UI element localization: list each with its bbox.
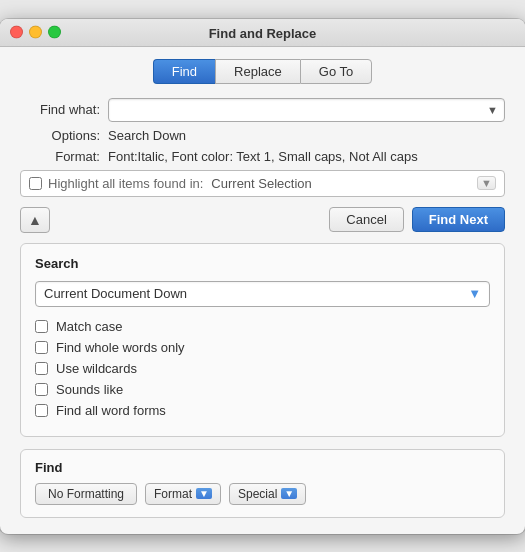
format-button-label: Format [154,487,192,501]
expand-icon: ▲ [28,212,42,228]
checkbox-wildcards: Use wildcards [35,361,490,376]
find-footer-title: Find [35,460,490,475]
expand-button[interactable]: ▲ [20,207,50,233]
titlebar: Find and Replace [0,19,525,47]
format-row: Format: Font:Italic, Font color: Text 1,… [20,149,505,164]
word-forms-label: Find all word forms [56,403,166,418]
close-button[interactable] [10,26,23,39]
special-dropdown-arrow-icon: ▼ [281,488,297,499]
find-next-button[interactable]: Find Next [412,207,505,232]
find-what-row: Find what: ▼ [20,98,505,122]
wildcards-checkbox[interactable] [35,362,48,375]
checkbox-match-case: Match case [35,319,490,334]
no-formatting-button[interactable]: No Formatting [35,483,137,505]
match-case-label: Match case [56,319,122,334]
action-buttons-row: ▲ Cancel Find Next [20,207,505,233]
checkbox-whole-words: Find whole words only [35,340,490,355]
word-forms-checkbox[interactable] [35,404,48,417]
highlight-select-wrapper: Current Selection ▼ [211,176,496,191]
options-label: Options: [20,128,100,143]
find-replace-dialog: Find and Replace Find Replace Go To Find… [0,19,525,534]
traffic-lights [10,26,61,39]
highlight-select-text: Current Selection [211,176,311,191]
options-row: Options: Search Down [20,128,505,143]
format-dropdown-arrow-icon: ▼ [196,488,212,499]
search-section: Search Current Document Down ▼ Match cas… [20,243,505,437]
checkbox-word-forms: Find all word forms [35,403,490,418]
whole-words-checkbox[interactable] [35,341,48,354]
special-button-label: Special [238,487,277,501]
search-section-title: Search [35,256,490,271]
find-what-label: Find what: [20,102,100,117]
find-what-input[interactable] [115,102,487,117]
highlight-checkbox[interactable] [29,177,42,190]
format-value: Font:Italic, Font color: Text 1, Small c… [108,149,418,164]
minimize-button[interactable] [29,26,42,39]
window-title: Find and Replace [209,26,317,41]
whole-words-label: Find whole words only [56,340,185,355]
match-case-checkbox[interactable] [35,320,48,333]
find-what-input-wrapper[interactable]: ▼ [108,98,505,122]
dialog-content: Find Replace Go To Find what: ▼ Options:… [0,47,525,534]
format-label: Format: [20,149,100,164]
search-dropdown-arrow[interactable]: ▼ [468,286,481,301]
options-value: Search Down [108,128,186,143]
search-dropdown-text: Current Document Down [44,286,468,301]
footer-buttons: No Formatting Format ▼ Special ▼ [35,483,490,505]
tab-replace[interactable]: Replace [215,59,300,84]
right-buttons: Cancel Find Next [329,207,505,232]
highlight-row: Highlight all items found in: Current Se… [20,170,505,197]
maximize-button[interactable] [48,26,61,39]
tab-find[interactable]: Find [153,59,215,84]
wildcards-label: Use wildcards [56,361,137,376]
special-button[interactable]: Special ▼ [229,483,306,505]
highlight-select-arrow[interactable]: ▼ [477,176,496,190]
format-button[interactable]: Format ▼ [145,483,221,505]
checkbox-sounds-like: Sounds like [35,382,490,397]
sounds-like-checkbox[interactable] [35,383,48,396]
find-input-dropdown-icon[interactable]: ▼ [487,104,498,116]
find-footer-section: Find No Formatting Format ▼ Special ▼ [20,449,505,518]
tab-bar: Find Replace Go To [20,59,505,84]
sounds-like-label: Sounds like [56,382,123,397]
highlight-label: Highlight all items found in: [48,176,203,191]
search-dropdown-wrapper[interactable]: Current Document Down ▼ [35,281,490,307]
cancel-button[interactable]: Cancel [329,207,403,232]
tab-goto[interactable]: Go To [300,59,372,84]
